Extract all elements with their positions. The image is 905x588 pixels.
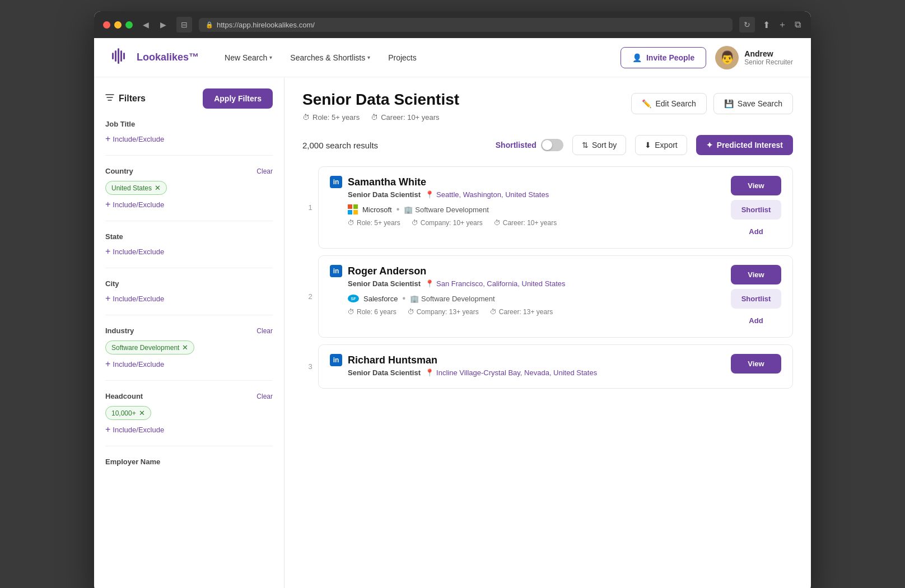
sort-by-button[interactable]: ⇅ Sort by [572,135,626,155]
location-tag: 📍 Seattle, Washington, United States [425,190,549,199]
tenure-row: ⏱ Role: 5+ years ⏱ Company: 10+ years ⏱ [330,219,557,227]
card-actions: View Shortlist Add [731,265,781,328]
export-button[interactable]: ⬇ Export [635,135,687,155]
back-button[interactable]: ◀ [139,19,152,30]
candidate-card: in Roger Anderson Senior Data Scientist … [318,255,793,338]
candidate-name: Richard Huntsman [348,354,437,366]
candidate-role-row: Senior Data Scientist 📍 San Francisco, C… [330,279,566,288]
industry-clear-link[interactable]: Clear [256,327,273,335]
card-actions: View [731,354,781,374]
predicted-interest-button[interactable]: ✦ Predicted Interest [696,135,793,155]
browser-controls: ◀ ▶ [139,19,170,30]
add-button[interactable]: Add [731,313,781,328]
company-row: SF Salesforce • 🏢 Software Development [330,293,566,304]
new-tab-button[interactable]: ＋ [777,18,788,32]
main-content: Senior Data Scientist ⏱ Role: 5+ years ⏱… [284,77,811,588]
invite-people-button[interactable]: 👤 Invite People [621,47,706,68]
shortlisted-toggle[interactable]: Shortlisted [496,139,563,151]
country-clear-link[interactable]: Clear [256,167,273,175]
sidebar-toggle-icon[interactable]: ⊟ [176,17,192,32]
candidate-role: Senior Data Scientist [348,190,421,199]
country-tag-us: United States ✕ [105,181,167,195]
shortlisted-toggle-switch[interactable] [541,139,563,151]
search-title: Senior Data Scientist [302,91,459,109]
headcount-include-exclude[interactable]: + Include/Exclude [105,424,273,435]
projects-nav[interactable]: Projects [380,49,424,67]
searches-shortlists-label: Searches & Shortlists [290,53,365,62]
headcount-clear-link[interactable]: Clear [256,393,273,400]
lock-icon: 🔒 [206,21,213,29]
microsoft-logo [348,204,358,214]
tabs-button[interactable]: ⧉ [794,18,802,32]
table-row: 2 in Roger Anderson Senior Data Scientis… [302,255,793,338]
clock-icon-role: ⏱ [302,113,310,122]
projects-label: Projects [388,53,417,62]
candidate-number: 3 [302,344,318,389]
department-tag: 🏢 Software Development [410,295,495,303]
candidate-main: in Roger Anderson Senior Data Scientist … [330,265,566,316]
filter-section-headcount: Headcount Clear 10,000+ ✕ + Include/Excl… [105,392,273,446]
filter-section-city: City + Include/Exclude [105,279,273,315]
industry-label: Industry Clear [105,326,273,335]
logo[interactable]: Lookalikes™ [112,48,199,67]
state-include-exclude[interactable]: + Include/Exclude [105,246,273,256]
header-buttons: ✏️ Edit Search 💾 Save Search [631,93,793,114]
edit-icon: ✏️ [642,99,651,108]
city-include-exclude[interactable]: + Include/Exclude [105,293,273,304]
filter-section-employer: Employer Name [105,458,273,483]
view-button[interactable]: View [731,176,781,195]
new-search-nav[interactable]: New Search ▾ [217,49,280,67]
logo-text: Lookalikes™ [137,52,199,63]
invite-label: Invite People [646,53,694,62]
department-text: Software Development [415,206,489,214]
candidate-name: Roger Anderson [348,265,426,277]
filter-section-country: Country Clear United States ✕ + Include/… [105,167,273,221]
maximize-traffic-light[interactable] [125,21,133,29]
filter-icon [105,93,114,104]
filter-section-state: State + Include/Exclude [105,232,273,268]
address-bar[interactable]: 🔒 https://app.hirelookalikes.com/ [199,18,733,32]
user-name: Andrew [744,49,793,58]
svg-rect-3 [120,50,122,62]
job-title-include-exclude[interactable]: + Include/Exclude [105,134,273,144]
tenure-company: ⏱ Company: 13+ years [408,308,479,316]
view-button[interactable]: View [731,265,781,284]
search-meta: ⏱ Role: 5+ years ⏱ Career: 10+ years [302,113,459,122]
forward-button[interactable]: ▶ [157,19,170,30]
tenure-clock-icon: ⏱ [348,308,354,316]
industry-tag-remove[interactable]: ✕ [182,343,188,352]
department-tag: 🏢 Software Development [404,206,489,214]
tenure-career: ⏱ Career: 10+ years [494,219,557,227]
shortlist-button[interactable]: Shortlist [731,289,781,309]
add-button[interactable]: Add [731,224,781,239]
user-profile[interactable]: 👨 Andrew Senior Recruiter [715,46,793,69]
apply-filters-button[interactable]: Apply Filters [203,88,273,109]
minimize-traffic-light[interactable] [114,21,122,29]
traffic-lights [103,21,133,29]
edit-search-button[interactable]: ✏️ Edit Search [631,93,706,114]
headcount-tag-remove[interactable]: ✕ [139,409,145,417]
tenure-career-clock-icon: ⏱ [494,219,501,227]
country-label: Country Clear [105,167,273,175]
close-traffic-light[interactable] [103,21,110,29]
industry-tags: Software Development ✕ [105,340,273,354]
salesforce-logo: SF [348,295,359,302]
save-search-button[interactable]: 💾 Save Search [713,93,793,114]
reload-button[interactable]: ↻ [739,17,755,32]
sparkle-icon: ✦ [706,141,713,150]
country-tag-remove[interactable]: ✕ [155,184,161,192]
tenure-company-clock-icon: ⏱ [412,219,418,227]
shortlist-button[interactable]: Shortlist [731,200,781,220]
industry-include-exclude[interactable]: + Include/Exclude [105,359,273,369]
candidate-top: in Richard Huntsman Senior Data Scientis… [330,354,781,382]
industry-tag-sw: Software Development ✕ [105,340,194,354]
candidate-role: Senior Data Scientist [348,368,421,377]
sort-icon: ⇅ [582,141,589,150]
share-button[interactable]: ⬆ [762,18,771,32]
browser-window: ◀ ▶ ⊟ 🔒 https://app.hirelookalikes.com/ … [94,11,811,588]
searches-shortlists-nav[interactable]: Searches & Shortlists ▾ [282,49,378,67]
table-row: 1 in Samantha White Senior Data Scientis… [302,166,793,249]
view-button[interactable]: View [731,354,781,374]
tenure-row: ⏱ Role: 6 years ⏱ Company: 13+ years ⏱ [330,308,566,316]
country-include-exclude[interactable]: + Include/Exclude [105,199,273,209]
